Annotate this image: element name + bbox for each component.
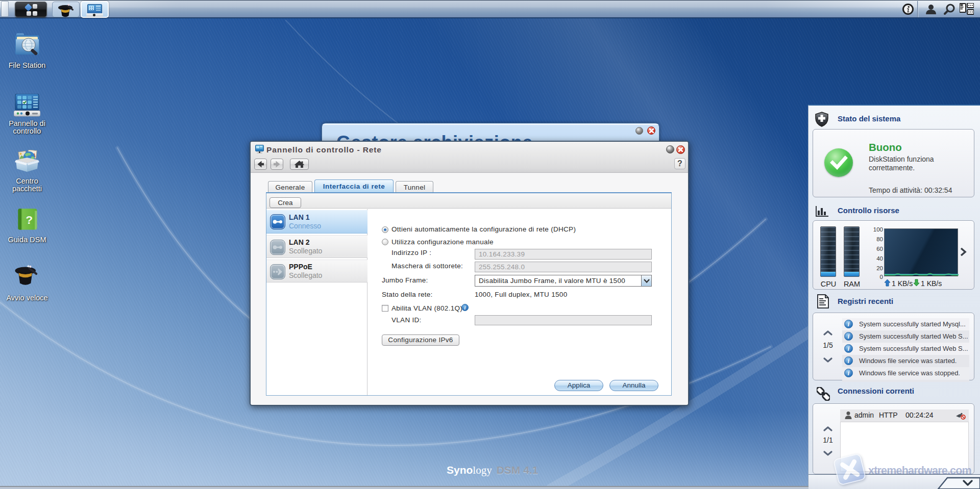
svg-text:?: ? [26,213,33,226]
